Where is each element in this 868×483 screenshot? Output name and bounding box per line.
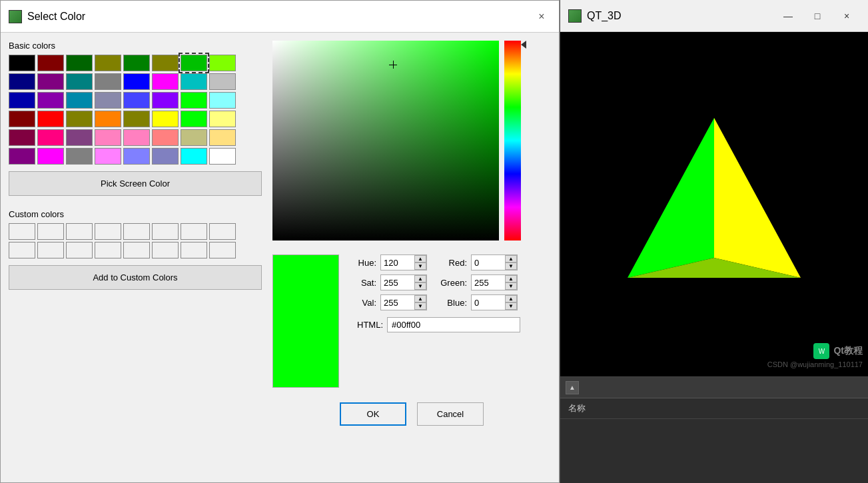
basic-color-swatch[interactable] — [152, 55, 179, 71]
custom-color-swatch[interactable] — [209, 242, 236, 258]
val-spin-up[interactable]: ▲ — [414, 295, 426, 302]
basic-color-swatch[interactable] — [9, 111, 35, 127]
basic-color-swatch[interactable] — [9, 73, 35, 90]
custom-color-swatch[interactable] — [37, 242, 64, 258]
hue-spin-down[interactable]: ▼ — [414, 262, 426, 270]
add-to-custom-colors-button[interactable]: Add to Custom Colors — [9, 265, 262, 290]
custom-color-swatch[interactable] — [209, 223, 236, 240]
basic-color-swatch[interactable] — [123, 148, 150, 165]
red-input[interactable] — [472, 256, 505, 269]
basic-color-swatch[interactable] — [95, 148, 121, 165]
sat-spin-down[interactable]: ▼ — [414, 282, 426, 290]
basic-color-swatch[interactable] — [123, 92, 150, 109]
basic-color-swatch[interactable] — [181, 73, 207, 90]
custom-color-swatch[interactable] — [181, 242, 207, 258]
basic-color-swatch[interactable] — [209, 55, 236, 71]
html-input[interactable] — [387, 317, 520, 332]
basic-color-swatch[interactable] — [66, 111, 93, 127]
basic-color-swatch[interactable] — [9, 55, 35, 71]
hue-slider[interactable] — [504, 41, 521, 241]
custom-color-swatch[interactable] — [123, 223, 150, 240]
basic-color-swatch[interactable] — [209, 148, 236, 165]
basic-color-swatch[interactable] — [181, 92, 207, 109]
basic-color-swatch[interactable] — [37, 148, 64, 165]
dialog-close-button[interactable]: × — [532, 7, 551, 26]
qt3d-minimize-button[interactable]: — — [775, 7, 801, 25]
custom-color-swatch[interactable] — [152, 242, 179, 258]
red-spinner-buttons: ▲ ▼ — [505, 255, 517, 270]
basic-color-swatch[interactable] — [209, 129, 236, 146]
custom-color-swatch[interactable] — [66, 223, 93, 240]
basic-color-swatch[interactable] — [123, 111, 150, 127]
basic-color-swatch[interactable] — [152, 111, 179, 127]
basic-color-swatch[interactable] — [9, 129, 35, 146]
blue-input[interactable] — [472, 296, 505, 309]
basic-color-swatch[interactable] — [9, 92, 35, 109]
cancel-button[interactable]: Cancel — [417, 402, 484, 426]
sat-input[interactable] — [381, 276, 414, 289]
color-gradient-canvas[interactable] — [272, 41, 499, 241]
basic-color-swatch[interactable] — [37, 55, 64, 71]
basic-color-swatch[interactable] — [123, 73, 150, 90]
basic-color-swatch[interactable] — [9, 148, 35, 165]
basic-color-swatch[interactable] — [66, 55, 93, 71]
custom-color-swatch[interactable] — [95, 223, 121, 240]
sat-green-row: Sat: ▲ ▼ Green: — [350, 274, 520, 290]
qt3d-restore-button[interactable]: □ — [804, 7, 831, 25]
basic-color-swatch[interactable] — [152, 92, 179, 109]
basic-color-swatch[interactable] — [37, 129, 64, 146]
hue-input[interactable] — [381, 256, 414, 269]
basic-color-swatch[interactable] — [181, 111, 207, 127]
val-spin-down[interactable]: ▼ — [414, 302, 426, 310]
basic-color-swatch[interactable] — [66, 129, 93, 146]
ok-button[interactable]: OK — [340, 402, 406, 426]
red-spin-up[interactable]: ▲ — [505, 255, 517, 262]
basic-color-swatch[interactable] — [66, 92, 93, 109]
basic-color-swatch[interactable] — [37, 111, 64, 127]
red-spin-down[interactable]: ▼ — [505, 262, 517, 270]
basic-color-swatch[interactable] — [152, 148, 179, 165]
custom-color-swatch[interactable] — [37, 223, 64, 240]
basic-color-swatch[interactable] — [95, 92, 121, 109]
sat-spin-up[interactable]: ▲ — [414, 275, 426, 282]
green-spin-up[interactable]: ▲ — [505, 275, 517, 282]
custom-color-swatch[interactable] — [9, 223, 35, 240]
scroll-up-arrow[interactable]: ▲ — [566, 381, 579, 394]
hue-spin-up[interactable]: ▲ — [414, 255, 426, 262]
val-row: Val: ▲ ▼ — [350, 294, 427, 310]
qt3d-close-button[interactable]: × — [833, 7, 860, 25]
blue-spin-up[interactable]: ▲ — [505, 295, 517, 302]
basic-color-swatch[interactable] — [95, 129, 121, 146]
basic-color-swatch[interactable] — [95, 55, 121, 71]
basic-color-swatch[interactable] — [66, 73, 93, 90]
basic-color-swatch[interactable] — [181, 129, 207, 146]
basic-color-swatch[interactable] — [152, 129, 179, 146]
custom-color-swatch[interactable] — [123, 242, 150, 258]
green-row: Green: ▲ ▼ — [440, 274, 518, 290]
custom-color-swatch[interactable] — [66, 242, 93, 258]
sat-label: Sat: — [350, 278, 376, 288]
basic-color-swatch[interactable] — [181, 148, 207, 165]
basic-color-swatch[interactable] — [209, 73, 236, 90]
basic-color-swatch[interactable] — [66, 148, 93, 165]
basic-color-swatch[interactable] — [95, 73, 121, 90]
green-spin-down[interactable]: ▼ — [505, 282, 517, 290]
green-input[interactable] — [472, 276, 505, 289]
basic-color-swatch-selected[interactable] — [181, 55, 207, 71]
basic-color-swatch[interactable] — [209, 111, 236, 127]
custom-color-swatch[interactable] — [95, 242, 121, 258]
basic-color-swatch[interactable] — [37, 73, 64, 90]
blue-spin-down[interactable]: ▼ — [505, 302, 517, 310]
basic-color-swatch[interactable] — [152, 73, 179, 90]
basic-color-swatch[interactable] — [123, 55, 150, 71]
val-input[interactable] — [381, 296, 414, 309]
blue-label: Blue: — [440, 298, 467, 308]
basic-color-swatch[interactable] — [123, 129, 150, 146]
basic-color-swatch[interactable] — [209, 92, 236, 109]
custom-color-swatch[interactable] — [9, 242, 35, 258]
basic-color-swatch[interactable] — [95, 111, 121, 127]
custom-color-swatch[interactable] — [152, 223, 179, 240]
custom-color-swatch[interactable] — [181, 223, 207, 240]
basic-color-swatch[interactable] — [37, 92, 64, 109]
pick-screen-color-button[interactable]: Pick Screen Color — [9, 171, 262, 196]
